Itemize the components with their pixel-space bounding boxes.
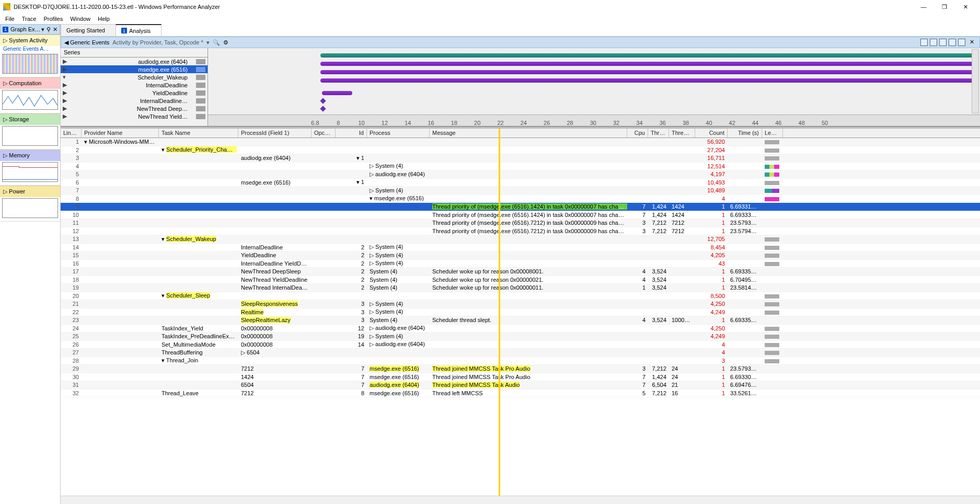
table-row[interactable]: 26Set_MultimediaMode0x0000000814▷ audiod… <box>61 341 980 349</box>
close-panel-icon[interactable]: ✕ <box>53 26 57 33</box>
menu-trace[interactable]: Trace <box>19 15 40 23</box>
section-computation[interactable]: ▷ Computation <box>0 77 60 113</box>
menubar: File Trace Profiles Window Help <box>0 14 980 24</box>
analysis-header: ◀ Generic Events Activity by Provider, T… <box>61 37 980 48</box>
menu-window[interactable]: Window <box>67 15 94 23</box>
view-max-icon[interactable] <box>949 39 956 46</box>
table-row[interactable]: 17NewThread DeepSleep2System (4)Schedule… <box>61 268 980 276</box>
maximize-button[interactable]: ❐ <box>937 4 952 10</box>
table-row[interactable]: 2972127msedge.exe (6516)Thread joined MM… <box>61 365 980 373</box>
table-row[interactable]: 3165047audiodg.exe (6404)Thread joined M… <box>61 381 980 390</box>
menu-file[interactable]: File <box>2 15 18 23</box>
view-mode-buttons: ✕ <box>920 39 976 46</box>
minimize-button[interactable]: — <box>916 4 931 10</box>
horizontal-scrollbar[interactable] <box>61 496 980 504</box>
pin-icon[interactable]: ⚲ <box>47 26 51 33</box>
table-row[interactable]: 20▾ Scheduler_Sleep8,500 <box>61 292 980 301</box>
table-row[interactable]: 32Thread_Leave72128msedge.exe (6516)Thre… <box>61 390 980 398</box>
series-item[interactable]: ▶NewThread Deep… <box>61 105 207 112</box>
view-split-icon[interactable] <box>930 39 937 46</box>
table-row[interactable]: 7▷ System (4)10,489 <box>61 187 980 195</box>
chart-scrollbar[interactable] <box>972 49 979 113</box>
table-row[interactable]: 21SleepResponsiveness3▷ System (4)4,250 <box>61 300 980 308</box>
table-row[interactable]: 28▾ Thread_Join3 <box>61 357 980 365</box>
thumbnail-memory[interactable] <box>2 162 58 182</box>
table-row[interactable]: 12Thread priority of (msedge.exe (6516).… <box>61 227 980 236</box>
app-icon <box>3 3 10 10</box>
series-item[interactable]: ▶msedge.exe (6516) <box>61 65 207 73</box>
series-item[interactable]: ▶InternalDeadline <box>61 81 207 89</box>
thumbnail-storage[interactable] <box>2 126 58 146</box>
table-row[interactable]: 5▷ audiodg.exe (6404)4,197 <box>61 170 980 179</box>
table-row[interactable]: 10Thread priority of (msedge.exe (6516).… <box>61 211 980 220</box>
table-row[interactable]: 2▾ Scheduler_Priority_Change27,204 <box>61 146 980 155</box>
breadcrumb[interactable]: ◀ Generic Events <box>64 39 109 46</box>
window-title: DESKTOP-D7QJORE.11-11-2020.00-15-23.etl … <box>14 4 916 10</box>
tab-getting-started[interactable]: Getting Started <box>61 24 116 36</box>
close-button[interactable]: ✕ <box>958 4 973 10</box>
table-header[interactable]: Line # Provider Name Task Name ProcessId… <box>61 129 980 138</box>
section-memory[interactable]: ▷ Memory <box>0 150 60 186</box>
section-system-activity[interactable]: ▷ System Activity Generic Events A… <box>0 35 60 77</box>
thumbnail-power[interactable] <box>2 198 58 218</box>
series-item[interactable]: ▶audiodg.exe (6404) <box>61 58 207 65</box>
table-row[interactable]: 22Realtime3▷ System (4)4,249 <box>61 308 980 317</box>
table-row[interactable]: 24TaskIndex_Yield0x0000000812▷ audiodg.e… <box>61 325 980 333</box>
tab-analysis[interactable]: 1 Analysis <box>116 24 162 36</box>
table-row[interactable]: 19NewThread InternalDeadline2System (4)S… <box>61 284 980 292</box>
table-row[interactable]: 3014247msedge.exe (6516)Thread joined MM… <box>61 373 980 382</box>
series-item[interactable]: ▶YieldDeadline <box>61 89 207 97</box>
analysis-tabs: Getting Started 1 Analysis <box>61 24 980 37</box>
chevron-down-icon[interactable]: ▾ <box>41 26 44 33</box>
table-row[interactable]: 6msedge.exe (6516)▾ 110,493 <box>61 179 980 187</box>
gear-icon[interactable]: ⚙ <box>223 39 228 46</box>
table-row[interactable]: 13▾ Scheduler_Wakeup12,705 <box>61 235 980 244</box>
graph-explorer-sidebar: 1 Graph Ex… ▾ ⚲ ✕ ▷ System Activity Gene… <box>0 24 61 504</box>
table-row[interactable]: 9Thread priority of (msedge.exe (6516).1… <box>61 203 980 211</box>
close-view-icon[interactable]: ✕ <box>967 39 976 46</box>
section-power[interactable]: ▷ Power <box>0 186 60 222</box>
chart-timeline[interactable]: 6.88101214161820222426283032343638404244… <box>208 48 980 126</box>
view-restore-icon[interactable] <box>958 39 965 46</box>
tab-number-icon: 1 <box>3 27 8 32</box>
view-table-icon[interactable] <box>939 39 947 46</box>
thumbnail-system-activity[interactable] <box>2 54 58 74</box>
menu-help[interactable]: Help <box>95 15 113 23</box>
thumbnail-computation[interactable] <box>2 90 58 110</box>
table-row[interactable]: 3audiodg.exe (6404)▾ 116,711 <box>61 154 980 163</box>
menu-profiles[interactable]: Profiles <box>40 15 66 23</box>
table-row[interactable]: 23SleepRealtimeLazy3System (4)Scheduler … <box>61 316 980 325</box>
section-storage[interactable]: ▷ Storage <box>0 113 60 150</box>
tab-number-icon: 1 <box>121 28 127 33</box>
table-row[interactable]: 16InternalDeadline YieldDeadli…2▷ System… <box>61 260 980 268</box>
titlebar: DESKTOP-D7QJORE.11-11-2020.00-15-23.etl … <box>0 0 980 14</box>
series-item[interactable]: ▾Scheduler_Wakeup <box>61 73 207 81</box>
table-row[interactable]: 25TaskIndex_PreDeadlineExpired0x00000008… <box>61 333 980 341</box>
sidebar-header[interactable]: 1 Graph Ex… ▾ ⚲ ✕ <box>0 24 60 35</box>
data-table: Line # Provider Name Task Name ProcessId… <box>61 129 980 496</box>
table-row[interactable]: 4▷ System (4)12,514 <box>61 163 980 171</box>
view-chart-icon[interactable] <box>920 39 928 46</box>
table-row[interactable]: 8▾ msedge.exe (6516)4 <box>61 195 980 203</box>
table-row[interactable]: 27ThreadBuffering▷ 65044 <box>61 349 980 357</box>
table-row[interactable]: 1▾ Microsoft-Windows-MMCSS56,920 <box>61 138 980 146</box>
series-item[interactable]: ▶InternalDeadline… <box>61 97 207 105</box>
series-panel: Series ▶audiodg.exe (6404)▶msedge.exe (6… <box>61 48 208 126</box>
table-row[interactable]: 11Thread priority of (msedge.exe (6516).… <box>61 219 980 227</box>
table-row[interactable]: 14InternalDeadline2▷ System (4)8,454 <box>61 244 980 252</box>
table-row[interactable]: 15YieldDeadline2▷ System (4)4,205 <box>61 251 980 260</box>
search-icon[interactable]: 🔍 <box>213 39 220 46</box>
table-row[interactable]: 18NewThread YieldDeadline2System (4)Sche… <box>61 276 980 284</box>
series-item[interactable]: ▶NewThread Yield… <box>61 112 207 120</box>
